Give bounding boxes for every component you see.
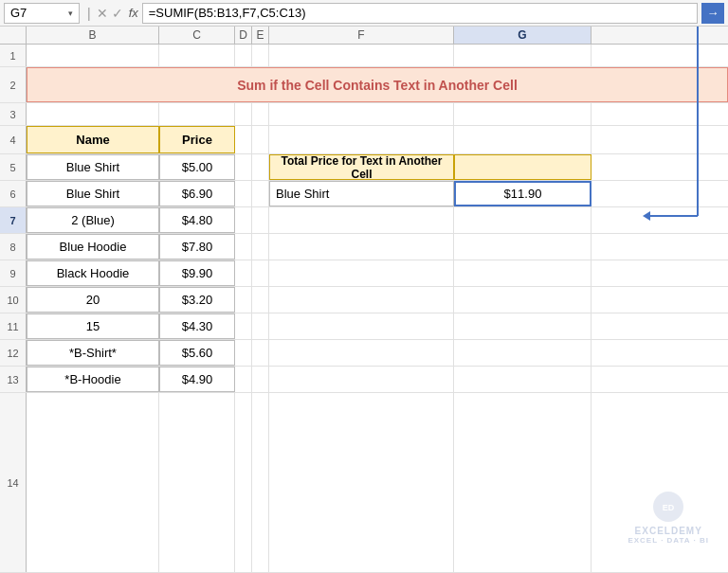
cell-f14[interactable]	[269, 393, 454, 572]
cell-d7[interactable]	[235, 207, 252, 233]
cell-f8[interactable]	[269, 234, 454, 260]
cell-e11[interactable]	[252, 313, 269, 339]
name-header: Name	[76, 133, 109, 147]
cell-d13[interactable]	[235, 367, 252, 392]
cell-c1[interactable]	[159, 45, 235, 66]
cell-e13[interactable]	[252, 367, 269, 392]
cell-e4[interactable]	[252, 126, 269, 153]
cell-c9[interactable]: $9.90	[159, 260, 235, 286]
col-header-d[interactable]: D	[235, 27, 252, 44]
cell-g1[interactable]	[454, 45, 592, 66]
cell-e6[interactable]	[252, 181, 269, 206]
row-num-4: 4	[0, 126, 27, 153]
cell-b10[interactable]: 20	[27, 287, 159, 313]
cell-b4-header[interactable]: Name	[27, 126, 159, 153]
cell-d10[interactable]	[235, 287, 252, 313]
cell-d11[interactable]	[235, 313, 252, 339]
cancel-icon[interactable]: ✕	[97, 6, 108, 21]
cell-f5-result-header[interactable]: Total Price for Text in Another Cell	[269, 154, 454, 180]
cell-g6-result-value[interactable]: $11.90	[454, 181, 592, 206]
cell-g10[interactable]	[454, 287, 592, 313]
col-header-e[interactable]: E	[252, 27, 269, 44]
cell-d1[interactable]	[235, 45, 252, 66]
cell-f1[interactable]	[269, 45, 454, 66]
cell-d9[interactable]	[235, 260, 252, 286]
result-value: $11.90	[504, 187, 542, 201]
cell-c11[interactable]: $4.30	[159, 313, 235, 339]
cell-b5[interactable]: Blue Shirt	[27, 154, 159, 180]
cell-c10[interactable]: $3.20	[159, 287, 235, 313]
cell-d3[interactable]	[235, 103, 252, 125]
cell-c4-header[interactable]: Price	[159, 126, 235, 153]
row-num-9: 9	[0, 260, 27, 286]
row-num-2: 2	[0, 67, 27, 102]
cell-c5[interactable]: $5.00	[159, 154, 235, 180]
cell-f11[interactable]	[269, 313, 454, 339]
cell-d12[interactable]	[235, 340, 252, 366]
cell-f12[interactable]	[269, 340, 454, 366]
cell-e1[interactable]	[252, 45, 269, 66]
cell-g8[interactable]	[454, 234, 592, 260]
data-b11: 15	[86, 319, 100, 333]
data-c13: $4.90	[182, 372, 213, 386]
cell-g4[interactable]	[454, 126, 592, 153]
col-header-c[interactable]: C	[159, 27, 235, 44]
cell-c14[interactable]	[159, 393, 235, 572]
cell-b12[interactable]: *B-Shirt*	[27, 340, 159, 366]
cell-b1[interactable]	[27, 45, 159, 66]
formula-arrow-button[interactable]: →	[701, 3, 724, 24]
cell-d8[interactable]	[235, 234, 252, 260]
cell-b13[interactable]: *B-Hoodie	[27, 367, 159, 392]
col-header-f[interactable]: F	[269, 27, 454, 44]
cell-d5[interactable]	[235, 154, 252, 180]
cell-e9[interactable]	[252, 260, 269, 286]
cell-f4[interactable]	[269, 126, 454, 153]
cell-d14[interactable]	[235, 393, 252, 572]
cell-e7[interactable]	[252, 207, 269, 233]
cell-g3[interactable]	[454, 103, 592, 125]
cell-b3[interactable]	[27, 103, 159, 125]
cell-reference-box[interactable]: G7 ▾	[4, 3, 80, 24]
cell-d6[interactable]	[235, 181, 252, 206]
cell-c3[interactable]	[159, 103, 235, 125]
cell-f6-result-label[interactable]: Blue Shirt	[269, 181, 454, 206]
cell-f9[interactable]	[269, 260, 454, 286]
cell-e10[interactable]	[252, 287, 269, 313]
cell-g7[interactable]	[454, 207, 592, 233]
cell-f13[interactable]	[269, 367, 454, 392]
cell-b11[interactable]: 15	[27, 313, 159, 339]
cell-d4[interactable]	[235, 126, 252, 153]
cell-b6[interactable]: Blue Shirt	[27, 181, 159, 206]
cell-g5[interactable]	[454, 154, 592, 180]
cell-c8[interactable]: $7.80	[159, 234, 235, 260]
cell-f3[interactable]	[269, 103, 454, 125]
cell-g14[interactable]	[454, 393, 592, 572]
cell-e14[interactable]	[252, 393, 269, 572]
cell-b2-title[interactable]: Sum if the Cell Contains Text in Another…	[27, 67, 728, 102]
cell-b7[interactable]: 2 (Blue)	[27, 207, 159, 233]
row-num-1: 1	[0, 45, 27, 66]
cell-f10[interactable]	[269, 287, 454, 313]
cell-g9[interactable]	[454, 260, 592, 286]
cell-e12[interactable]	[252, 340, 269, 366]
cell-g13[interactable]	[454, 367, 592, 392]
cell-c7[interactable]: $4.80	[159, 207, 235, 233]
cell-e5[interactable]	[252, 154, 269, 180]
cell-b9[interactable]: Black Hoodie	[27, 260, 159, 286]
price-header: Price	[182, 133, 212, 147]
confirm-icon[interactable]: ✓	[112, 6, 123, 21]
cell-g11[interactable]	[454, 313, 592, 339]
cell-c13[interactable]: $4.90	[159, 367, 235, 392]
cell-f7[interactable]	[269, 207, 454, 233]
col-header-g[interactable]: G	[454, 27, 592, 44]
cell-c12[interactable]: $5.60	[159, 340, 235, 366]
col-header-b[interactable]: B	[27, 27, 159, 44]
cell-g12[interactable]	[454, 340, 592, 366]
cell-b8[interactable]: Blue Hoodie	[27, 234, 159, 260]
data-c7: $4.80	[182, 213, 213, 227]
cell-c6[interactable]: $6.90	[159, 181, 235, 206]
cell-b14[interactable]	[27, 393, 159, 572]
cell-e8[interactable]	[252, 234, 269, 260]
formula-input[interactable]	[142, 3, 698, 24]
cell-e3[interactable]	[252, 103, 269, 125]
